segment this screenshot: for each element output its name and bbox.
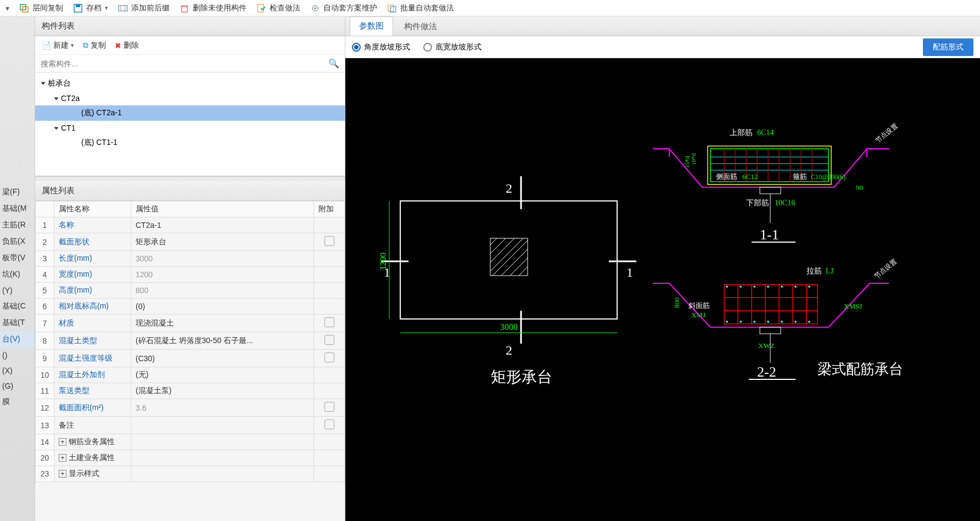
prop-extra-cell[interactable] [314,217,345,233]
property-row[interactable]: 7材质现浇混凝土 [36,315,345,332]
prop-value[interactable]: 矩形承台 [131,233,314,251]
tree-node[interactable]: (底) CT1-1 [35,135,345,150]
prop-extra-cell[interactable] [314,233,345,251]
svg-text:矩形承台: 矩形承台 [491,368,552,385]
toolbar-batch-auto[interactable]: 批量自动套做法 [387,3,454,13]
rebar-form-button[interactable]: 配筋形式 [923,38,973,56]
component-tree[interactable]: 桩承台CT2a(底) CT2a-1CT1(底) CT1-1 [35,72,345,177]
prop-extra-cell[interactable] [314,367,345,383]
left-nav-item[interactable]: 基础(C [0,298,35,315]
prop-value[interactable]: 现浇混凝土 [131,315,314,332]
property-row[interactable]: 11泵送类型(混凝土泵) [36,383,345,399]
prop-value[interactable]: 1200 [131,267,314,283]
left-nav-item[interactable]: 板带(V [0,250,35,266]
tree-node[interactable]: 桩承台 [35,76,345,91]
property-row[interactable]: 1名称CT2a-1 [36,217,345,233]
delete-button[interactable]: ✖删除 [115,41,139,51]
prop-extra-cell[interactable] [314,450,345,466]
expand-icon[interactable]: + [59,438,66,446]
prop-extra-cell[interactable] [314,267,345,283]
left-nav-item[interactable]: () [0,348,35,363]
prop-value[interactable]: (混凝土泵) [131,383,314,399]
left-nav-item[interactable]: 主筋(R [0,217,35,233]
tree-label: (底) CT2a-1 [81,108,122,117]
checkbox[interactable] [324,419,334,429]
radio-width-slope[interactable]: 底宽放坡形式 [423,42,481,52]
checkbox[interactable] [324,402,334,412]
expand-icon[interactable]: + [59,470,66,478]
tree-node[interactable]: (底) CT2a-1 [35,105,345,121]
expand-icon[interactable]: + [59,454,66,462]
prop-extra-cell[interactable] [314,283,345,299]
prop-value[interactable]: 800 [131,283,314,299]
left-nav-item[interactable]: (G) [0,378,35,394]
search-input[interactable] [41,59,328,68]
property-row[interactable]: 9混凝土强度等级(C30) [36,350,345,367]
property-row[interactable]: 3长度(mm)3000 [36,251,345,267]
checkbox[interactable] [324,236,334,246]
left-nav-item[interactable]: 台(V) [0,331,35,348]
radio-angle-slope[interactable]: 角度放坡形式 [352,42,410,52]
left-nav-item[interactable]: 坑(K) [0,266,35,283]
property-row[interactable]: 8混凝土类型(碎石混凝土 坍落度30-50 石子最... [36,332,345,350]
property-row[interactable]: 12截面面积(m²)3.6 [36,399,345,417]
cad-canvas[interactable]: 2 2 1 1 [345,58,980,521]
left-nav-item[interactable]: 基础(M [0,200,35,217]
row-number: 20 [36,450,54,466]
prop-extra-cell[interactable] [314,417,345,434]
prop-value[interactable]: (C30) [131,350,314,367]
checkbox[interactable] [324,317,334,327]
prop-extra-cell[interactable] [314,399,345,417]
new-button[interactable]: 📄新建▾ [42,41,74,51]
property-row[interactable]: 14+钢筋业务属性 [36,434,345,450]
tree-node[interactable]: CT2a [35,91,345,105]
left-nav-item[interactable]: 基础(T [0,315,35,331]
prop-value[interactable] [131,434,314,450]
prop-extra-cell[interactable] [314,299,345,315]
toolbar-auto-scheme[interactable]: 自动套方案维护 [310,3,377,13]
prop-value[interactable] [131,450,314,466]
row-number: 13 [36,417,54,434]
toolbar-archive[interactable]: 存档▾ [73,3,108,13]
property-row[interactable]: 10混凝土外加剂(无) [36,367,345,383]
toolbar-layer-copy[interactable]: 层间复制 [19,3,63,13]
property-row[interactable]: 13备注 [36,417,345,434]
prop-value[interactable]: CT2a-1 [131,217,314,233]
prop-value[interactable]: (碎石混凝土 坍落度30-50 石子最... [131,332,314,350]
dropdown-marker[interactable]: ▾ [5,4,9,13]
prop-value[interactable]: (无) [131,367,314,383]
property-row[interactable]: 5高度(mm)800 [36,283,345,299]
toolbar-delete-unused[interactable]: 删除未使用构件 [180,3,247,13]
tab-param-diagram[interactable]: 参数图 [350,16,393,36]
left-nav-item[interactable]: (X) [0,363,35,378]
search-icon[interactable]: 🔍 [328,58,339,69]
left-nav-item[interactable]: (Y) [0,283,35,298]
property-row[interactable]: 6相对底标高(m)(0) [36,299,345,315]
prop-value[interactable]: 3.6 [131,399,314,417]
checkbox[interactable] [324,335,334,345]
property-row[interactable]: 20+土建业务属性 [36,450,345,466]
prop-value[interactable]: 3000 [131,251,314,267]
prop-extra-cell[interactable] [314,332,345,350]
prop-extra-cell[interactable] [314,434,345,450]
prop-value[interactable] [131,417,314,434]
prop-value[interactable]: (0) [131,299,314,315]
prop-extra-cell[interactable] [314,466,345,482]
checkbox[interactable] [324,352,334,362]
copy-button[interactable]: ⧉复制 [83,41,106,51]
toolbar-add-prefix-suffix[interactable]: 添加前后缀 [118,3,170,13]
prop-value[interactable] [131,466,314,482]
prop-extra-cell[interactable] [314,350,345,367]
left-nav-item[interactable]: 膜 [0,394,35,410]
tab-component-method[interactable]: 构件做法 [395,18,446,36]
property-row[interactable]: 23+显示样式 [36,466,345,482]
toolbar-check-method[interactable]: 检查做法 [256,3,300,13]
property-row[interactable]: 2截面形状矩形承台 [36,233,345,251]
prop-extra-cell[interactable] [314,383,345,399]
prop-extra-cell[interactable] [314,251,345,267]
left-nav-item[interactable]: 梁(F) [0,184,35,200]
tree-node[interactable]: CT1 [35,121,345,135]
prop-extra-cell[interactable] [314,315,345,332]
property-row[interactable]: 4宽度(mm)1200 [36,267,345,283]
left-nav-item[interactable]: 负筋(X [0,233,35,250]
